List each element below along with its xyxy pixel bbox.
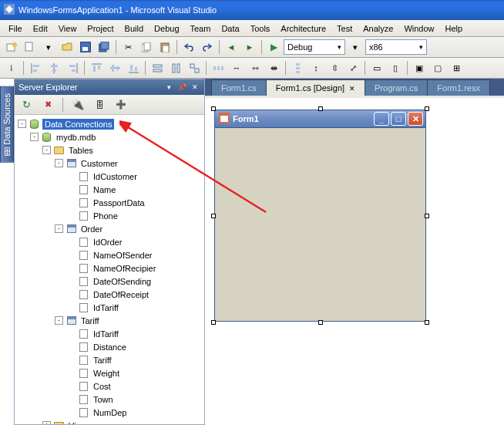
resize-handle[interactable] — [211, 320, 216, 325]
close-icon[interactable]: ✕ — [190, 82, 200, 93]
form-designer[interactable]: Form1 _ □ ✕ — [214, 110, 426, 322]
tree-node-column[interactable]: IdTariff — [15, 301, 204, 314]
menu-build[interactable]: Build — [119, 22, 149, 35]
menu-team[interactable]: Team — [185, 22, 217, 35]
v-spacing-dec-icon[interactable]: ⇳ — [326, 59, 343, 76]
collapse-icon[interactable]: - — [55, 316, 63, 325]
tree-node-column[interactable]: Cost — [15, 379, 204, 393]
tree-node-column[interactable]: Name — [15, 183, 204, 196]
menu-file[interactable]: File — [3, 22, 28, 35]
collapse-icon[interactable]: - — [30, 133, 39, 141]
dropdown-icon[interactable]: ▾ — [40, 39, 57, 56]
align-bottom-icon[interactable] — [125, 59, 142, 76]
document-tab[interactable]: Form1.resx — [427, 79, 490, 96]
tree-node-column[interactable]: IdCustomer — [15, 170, 204, 183]
connect-icon[interactable]: 🔌 — [69, 96, 86, 113]
maximize-icon[interactable]: □ — [391, 112, 406, 126]
center-v-icon[interactable]: ▯ — [387, 59, 404, 76]
tree-node-column[interactable]: Town — [15, 393, 204, 406]
nav-back-icon[interactable]: ◄ — [223, 39, 240, 56]
add-item-icon[interactable] — [22, 39, 39, 56]
collapse-icon[interactable]: - — [18, 120, 26, 128]
menu-data[interactable]: Data — [216, 22, 244, 35]
panel-dropdown-icon[interactable]: ▾ — [163, 82, 174, 93]
collapse-icon[interactable]: - — [42, 146, 51, 154]
v-spacing-icon[interactable] — [289, 59, 306, 76]
document-tab[interactable]: Program.cs — [365, 79, 428, 96]
start-icon[interactable]: ▶ — [265, 39, 282, 56]
copy-icon[interactable] — [138, 39, 155, 56]
config-combo[interactable]: Debug — [284, 39, 345, 55]
resize-handle[interactable] — [211, 106, 216, 111]
h-spacing-icon[interactable] — [210, 59, 227, 76]
tree-node-views[interactable]: + Views — [15, 419, 204, 424]
pin-icon[interactable]: 📌 — [176, 82, 187, 93]
v-spacing-inc-icon[interactable]: ↕ — [307, 59, 324, 76]
tree-node-tables[interactable]: - Tables — [15, 143, 204, 157]
center-h-icon[interactable]: ▭ — [368, 59, 385, 76]
open-icon[interactable] — [59, 39, 76, 56]
menu-architecture[interactable]: Architecture — [275, 22, 331, 35]
same-width-icon[interactable] — [149, 59, 166, 76]
minimize-icon[interactable]: _ — [374, 112, 389, 126]
menu-test[interactable]: Test — [331, 22, 358, 35]
resize-handle[interactable] — [425, 106, 429, 111]
align-center-icon[interactable] — [45, 59, 62, 76]
save-icon[interactable] — [77, 39, 94, 56]
tree-node-table[interactable]: -Order — [15, 222, 204, 235]
align-top-icon[interactable] — [88, 59, 105, 76]
data-sources-tab[interactable]: 🗄 Data Sources — [0, 86, 14, 163]
bring-front-icon[interactable]: ▣ — [411, 59, 428, 76]
dropdown-icon[interactable]: ▾ — [347, 39, 364, 56]
align-middle-icon[interactable] — [106, 59, 123, 76]
tree-node-table[interactable]: -Tariff — [15, 314, 204, 327]
resize-handle[interactable] — [211, 214, 216, 218]
tree-node-column[interactable]: NumDep — [15, 406, 204, 419]
send-back-icon[interactable]: ▢ — [429, 59, 446, 76]
align-left-icon[interactable] — [27, 59, 44, 76]
tree-node-mydb[interactable]: - mydb.mdb — [15, 130, 204, 143]
collapse-icon[interactable]: - — [55, 159, 63, 167]
tree-node-column[interactable]: NameOfRecipier — [15, 261, 204, 275]
tree-node-column[interactable]: Phone — [15, 209, 204, 222]
menu-debug[interactable]: Debug — [149, 22, 184, 35]
cut-icon[interactable]: ✂ — [119, 39, 136, 56]
form-body[interactable] — [214, 128, 426, 322]
align-right-icon[interactable] — [64, 59, 81, 76]
undo-icon[interactable] — [180, 39, 197, 56]
tree-node-column[interactable]: IdOrder — [15, 235, 204, 248]
h-spacing-rem-icon[interactable]: ⇼ — [265, 59, 282, 76]
add-server-icon[interactable]: ➕ — [113, 96, 129, 113]
resize-handle[interactable] — [425, 320, 429, 325]
stop-icon[interactable]: ✖ — [39, 96, 56, 113]
tree-node-data-connections[interactable]: - Data Connections — [15, 117, 204, 130]
refresh-icon[interactable]: ↻ — [18, 96, 35, 113]
h-spacing-dec-icon[interactable]: ⇿ — [247, 59, 264, 76]
resize-handle[interactable] — [318, 106, 323, 111]
expand-icon[interactable]: + — [42, 421, 51, 424]
resize-handle[interactable] — [318, 320, 323, 325]
tree-node-column[interactable]: Tariff — [15, 353, 204, 366]
server-explorer-tree[interactable]: - Data Connections - mydb.mdb - Tables -… — [15, 115, 204, 424]
nav-fwd-icon[interactable]: ► — [241, 39, 258, 56]
paste-icon[interactable] — [156, 39, 173, 56]
same-height-icon[interactable] — [167, 59, 184, 76]
form-titlebar[interactable]: Form1 _ □ ✕ — [214, 110, 426, 128]
v-spacing-rem-icon[interactable]: ⤢ — [344, 59, 361, 76]
close-icon[interactable]: ✕ — [349, 85, 355, 93]
menu-help[interactable]: Help — [440, 22, 469, 35]
connect-db-icon[interactable]: 🗄 — [91, 96, 108, 113]
menu-project[interactable]: Project — [82, 22, 119, 35]
close-icon[interactable]: ✕ — [408, 112, 423, 126]
tree-node-column[interactable]: NameOfSender — [15, 248, 204, 261]
menu-analyze[interactable]: Analyze — [358, 22, 398, 35]
collapse-icon[interactable]: - — [55, 224, 63, 233]
grip-icon[interactable]: ⁞ — [3, 59, 20, 76]
tree-node-column[interactable]: Distance — [15, 340, 204, 353]
tree-node-column[interactable]: Weight — [15, 366, 204, 379]
tree-node-column[interactable]: PassportData — [15, 196, 204, 209]
menu-window[interactable]: Window — [398, 22, 439, 35]
menu-view[interactable]: View — [53, 22, 82, 35]
platform-combo[interactable]: x86 — [365, 39, 427, 55]
same-size-icon[interactable] — [186, 59, 203, 76]
